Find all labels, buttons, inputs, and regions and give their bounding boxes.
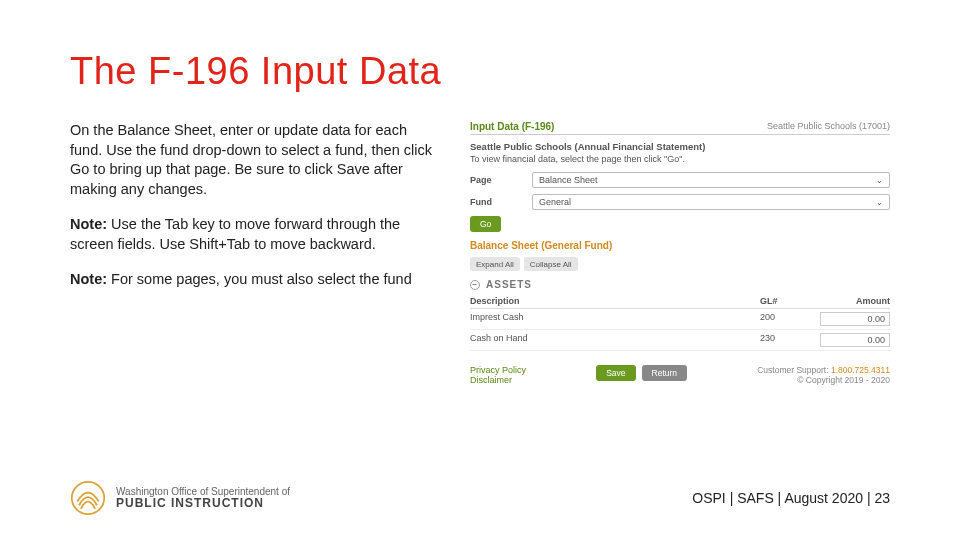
page-select[interactable]: Balance Sheet ⌄: [532, 172, 890, 188]
page-label: Page: [470, 175, 520, 185]
fund-select[interactable]: General ⌄: [532, 194, 890, 210]
panel-title: Input Data (F-196): [470, 121, 554, 132]
assets-heading: ASSETS: [486, 279, 532, 290]
disclaimer-link[interactable]: Disclaimer: [470, 375, 526, 385]
table-row: Cash on Hand 230 0.00: [470, 330, 890, 351]
go-button[interactable]: Go: [470, 216, 501, 232]
fund-label: Fund: [470, 197, 520, 207]
support-phone: 1.800.725.4311: [831, 365, 890, 375]
logo-icon: [70, 480, 106, 516]
note-2-label: Note:: [70, 271, 107, 287]
panel-subtitle: Seattle Public Schools (Annual Financial…: [470, 141, 890, 152]
slide-title: The F-196 Input Data: [70, 50, 890, 93]
col-description: Description: [470, 296, 760, 306]
col-gl: GL#: [760, 296, 810, 306]
app-screenshot: Input Data (F-196) Seattle Public School…: [470, 121, 890, 385]
save-button[interactable]: Save: [596, 365, 635, 381]
note-1-label: Note:: [70, 216, 107, 232]
fund-select-value: General: [539, 197, 571, 207]
district-name: Seattle Public Schools (17001): [767, 121, 890, 132]
expand-all-button[interactable]: Expand All: [470, 257, 520, 271]
amount-input[interactable]: 0.00: [820, 312, 890, 326]
collapse-icon[interactable]: −: [470, 280, 480, 290]
chevron-down-icon: ⌄: [876, 198, 883, 207]
note-2: Note: For some pages, you must also sele…: [70, 270, 440, 290]
privacy-link[interactable]: Privacy Policy: [470, 365, 526, 375]
ospi-logo: Washington Office of Superintendent of P…: [70, 480, 290, 516]
panel-instruction: To view financial data, select the page …: [470, 154, 890, 164]
page-select-value: Balance Sheet: [539, 175, 598, 185]
col-amount: Amount: [810, 296, 890, 306]
support-label: Customer Support:: [757, 365, 828, 375]
return-button[interactable]: Return: [642, 365, 688, 381]
cell-gl: 200: [760, 312, 810, 326]
logo-line2: PUBLIC INSTRUCTION: [116, 497, 290, 510]
amount-input[interactable]: 0.00: [820, 333, 890, 347]
collapse-all-button[interactable]: Collapse All: [524, 257, 578, 271]
copyright: © Copyright 2019 - 2020: [757, 375, 890, 385]
section-title: Balance Sheet (General Fund): [470, 240, 890, 251]
slide-meta: OSPI | SAFS | August 2020 | 23: [692, 490, 890, 506]
chevron-down-icon: ⌄: [876, 176, 883, 185]
note-1: Note: Use the Tab key to move forward th…: [70, 215, 440, 254]
note-1-text: Use the Tab key to move forward through …: [70, 216, 400, 252]
cell-desc: Cash on Hand: [470, 333, 760, 347]
paragraph-main: On the Balance Sheet, enter or update da…: [70, 121, 440, 199]
cell-gl: 230: [760, 333, 810, 347]
cell-desc: Imprest Cash: [470, 312, 760, 326]
note-2-text: For some pages, you must also select the…: [107, 271, 412, 287]
instruction-column: On the Balance Sheet, enter or update da…: [70, 121, 440, 385]
table-row: Imprest Cash 200 0.00: [470, 309, 890, 330]
